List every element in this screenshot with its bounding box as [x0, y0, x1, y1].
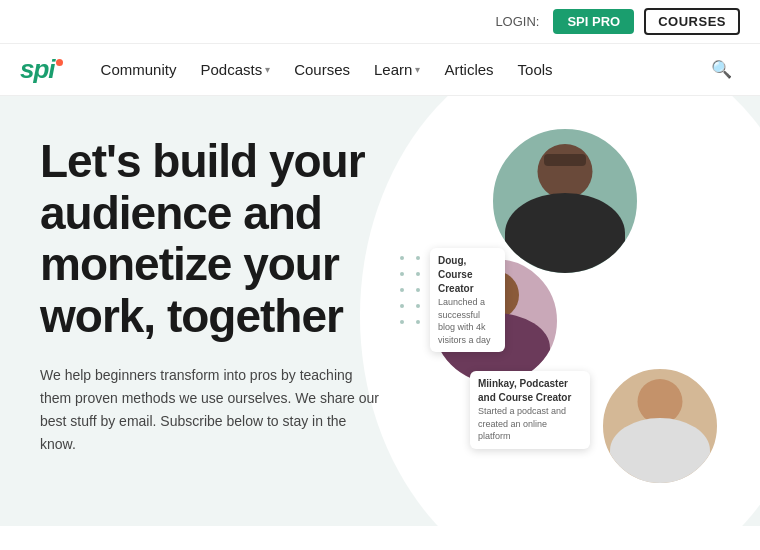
logo-text: spi [20, 54, 55, 85]
person-3-body [610, 418, 710, 483]
person-3-avatar [603, 369, 717, 483]
nav-link-learn[interactable]: Learn ▾ [364, 55, 430, 84]
tooltip-2-role: Started a podcast and created an online … [478, 405, 582, 443]
tooltip-2-name: Miinkay, Podcaster and Course Creator [478, 377, 582, 405]
nav-item-tools: Tools [508, 55, 563, 84]
hero-subtext: We help beginners transform into pros by… [40, 364, 380, 456]
person-1-avatar [493, 129, 637, 273]
nav-link-podcasts[interactable]: Podcasts ▾ [190, 55, 280, 84]
nav-link-articles[interactable]: Articles [434, 55, 503, 84]
spi-pro-button[interactable]: SPI PRO [553, 9, 634, 34]
tooltip-1-role: Launched a successful blog with 4k visit… [438, 296, 497, 346]
courses-button[interactable]: COURSES [644, 8, 740, 35]
logo-dot [56, 59, 63, 66]
main-nav: spi Community Podcasts ▾ Courses Learn ▾ [0, 44, 760, 96]
nav-item-community: Community [91, 55, 187, 84]
tooltip-1-name: Doug, Course Creator [438, 254, 497, 296]
person-card-3 [600, 366, 720, 486]
tooltip-card-1: Doug, Course Creator Launched a successf… [430, 248, 505, 352]
nav-link-courses[interactable]: Courses [284, 55, 360, 84]
logo[interactable]: spi [20, 54, 63, 85]
person-1-head [538, 144, 593, 199]
top-bar: LOGIN: SPI PRO COURSES [0, 0, 760, 44]
nav-item-courses: Courses [284, 55, 360, 84]
person-card-1 [490, 126, 640, 276]
hero-section: Let's build your audience and monetize y… [0, 96, 760, 526]
search-button[interactable]: 🔍 [703, 55, 740, 84]
nav-link-tools[interactable]: Tools [508, 55, 563, 84]
nav-item-learn: Learn ▾ [364, 55, 430, 84]
nav-item-articles: Articles [434, 55, 503, 84]
hero-text-block: Let's build your audience and monetize y… [40, 136, 450, 456]
person-1-glasses [544, 154, 586, 166]
learn-chevron-icon: ▾ [415, 64, 420, 75]
nav-item-podcasts: Podcasts ▾ [190, 55, 280, 84]
tooltip-card-2: Miinkay, Podcaster and Course Creator St… [470, 371, 590, 449]
hero-images: Doug, Course Creator Launched a successf… [430, 116, 730, 516]
nav-link-community[interactable]: Community [91, 55, 187, 84]
login-label: LOGIN: [495, 14, 539, 29]
search-icon: 🔍 [711, 60, 732, 79]
hero-headline: Let's build your audience and monetize y… [40, 136, 450, 342]
nav-items: Community Podcasts ▾ Courses Learn ▾ Art… [91, 55, 703, 84]
podcasts-chevron-icon: ▾ [265, 64, 270, 75]
